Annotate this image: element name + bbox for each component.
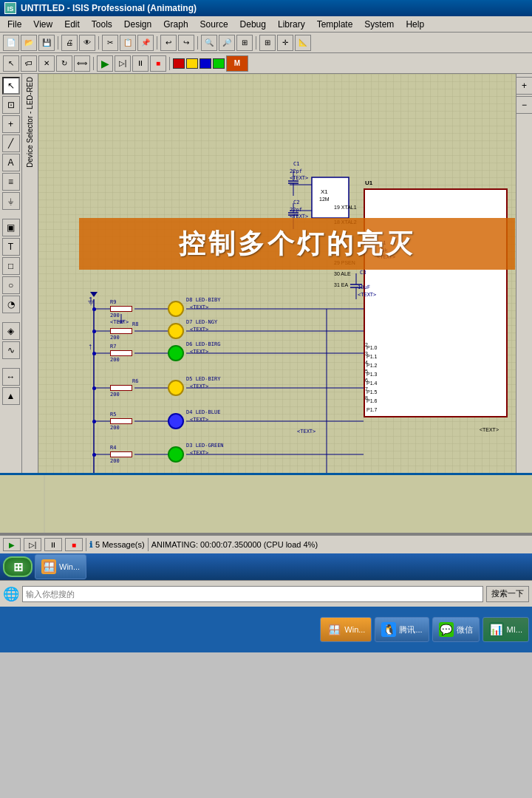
save-button[interactable]: 💾 <box>38 35 55 51</box>
symbol-tool[interactable]: ◈ <box>2 322 20 340</box>
taskbar-mi[interactable]: 📊 MI... <box>482 617 529 642</box>
zoom-fit-button[interactable]: ⊞ <box>236 35 253 51</box>
junction-tool[interactable]: + <box>2 115 20 133</box>
step-forward-button[interactable]: ▷| <box>24 538 41 551</box>
probe-tool[interactable]: ∿ <box>2 341 20 359</box>
paste-button[interactable]: 📌 <box>137 35 154 51</box>
marker-tool[interactable]: ▣ <box>2 219 20 236</box>
menu-edit[interactable]: Edit <box>58 18 86 31</box>
svg-rect-40 <box>312 177 349 218</box>
stop-button[interactable]: ■ <box>150 55 166 72</box>
junction-2 <box>92 330 96 333</box>
menu-help[interactable]: Help <box>400 18 430 31</box>
run-button[interactable]: ▶ <box>97 55 113 72</box>
taskbar-wechat[interactable]: 💬 微信 <box>432 617 480 642</box>
print-preview-button[interactable]: 👁 <box>79 35 95 51</box>
select-button[interactable]: ↖ <box>3 55 19 72</box>
arc-tool[interactable]: ◔ <box>2 296 20 313</box>
color-green[interactable] <box>213 58 225 69</box>
circle-tool[interactable]: ○ <box>2 276 20 294</box>
status-sep1 <box>86 538 86 551</box>
open-button[interactable]: 📂 <box>21 35 37 51</box>
pin-p15: P1.5 <box>366 389 377 395</box>
r6-value: 200 <box>110 392 120 398</box>
d7-label: D7 LED-NGY <box>186 319 217 325</box>
zoom-area-tool[interactable]: ▲ <box>2 387 20 405</box>
r5-value: 200 <box>110 425 120 431</box>
taskbar-win2[interactable]: 🪟 Win... <box>320 617 372 642</box>
schematic-canvas[interactable]: X1 12M U1 <box>38 74 516 473</box>
d6-led <box>168 345 184 361</box>
stop-button-status[interactable]: ■ <box>65 538 83 551</box>
app-icon: IS <box>4 2 16 14</box>
menu-file[interactable]: File <box>1 18 27 31</box>
menu-system[interactable]: System <box>358 18 400 31</box>
play-button[interactable]: ▶ <box>3 538 21 551</box>
device-panel-label: Device Selector - LED-RED <box>24 74 35 171</box>
redo-button[interactable]: ↪ <box>178 35 194 51</box>
menu-design[interactable]: Design <box>118 18 157 31</box>
menu-debug[interactable]: Debug <box>234 18 272 31</box>
delete-button[interactable]: ✕ <box>38 55 55 72</box>
pointer-tool[interactable]: ↖ <box>2 77 20 95</box>
wire-tool[interactable]: ╱ <box>2 134 20 152</box>
menu-library[interactable]: Library <box>272 18 311 31</box>
menu-graph[interactable]: Graph <box>157 18 194 31</box>
arrow-r7: ↑ <box>88 341 92 352</box>
box-tool[interactable]: □ <box>2 257 20 275</box>
pin-p11: P1.1 <box>366 354 377 359</box>
search-button[interactable]: 搜索一下 <box>486 586 529 602</box>
move-tool[interactable]: ↔ <box>2 368 20 386</box>
color-red[interactable] <box>173 58 185 69</box>
search-input[interactable] <box>22 586 483 602</box>
sep7 <box>169 57 170 70</box>
mirror-button[interactable]: ⟺ <box>74 55 90 72</box>
cut-button[interactable]: ✂ <box>102 35 118 51</box>
menubar: File View Edit Tools Design Graph Source… <box>0 16 532 33</box>
color-yellow[interactable] <box>186 58 198 69</box>
r6-symbol <box>110 385 132 391</box>
rotate-button[interactable]: ↻ <box>56 55 72 72</box>
marker-button[interactable]: M <box>226 55 248 72</box>
zoom-out-button[interactable]: 🔎 <box>219 35 235 51</box>
r9-symbol <box>110 306 132 312</box>
menu-view[interactable]: View <box>27 18 58 31</box>
d6-label: D6 LED-BIRG <box>186 341 220 347</box>
pin-p16: P1.6 <box>366 398 377 403</box>
menu-template[interactable]: Template <box>311 18 359 31</box>
toolbar1: 📄 📂 💾 🖨 👁 ✂ 📋 📌 ↩ ↪ 🔍 🔎 ⊞ ⊞ ✛ 📐 <box>0 33 532 53</box>
start-button[interactable]: ⊞ <box>3 556 33 577</box>
bus-tool[interactable]: ≡ <box>2 173 20 191</box>
taskbar-qq[interactable]: 🐧 腾讯... <box>375 617 429 642</box>
power-tool[interactable]: ⏚ <box>2 192 20 210</box>
menu-source[interactable]: Source <box>194 18 234 31</box>
new-button[interactable]: 📄 <box>3 35 19 51</box>
pin-num-4: 4 <box>365 360 368 365</box>
rulers-button[interactable]: 📐 <box>295 35 311 51</box>
c3-text: <TEXT> <box>358 292 376 298</box>
undo-button[interactable]: ↩ <box>160 35 177 51</box>
ic-u1-label: U1 <box>365 180 372 186</box>
zoom-in-button[interactable]: 🔍 <box>201 35 217 51</box>
pause-button[interactable]: ⏸ <box>132 55 149 72</box>
label-tool[interactable]: A <box>2 154 20 171</box>
pause-button-status[interactable]: ⏸ <box>44 538 62 551</box>
color-blue[interactable] <box>200 58 211 69</box>
status-text: ANIMATING: 00:00:07.350000 (CPU load 4%) <box>151 540 318 549</box>
d4-label: D4 LED-BLUE <box>186 409 220 415</box>
copy-button[interactable]: 📋 <box>120 35 136 51</box>
print-button[interactable]: 🖨 <box>61 35 78 51</box>
text-tool[interactable]: T <box>2 238 20 256</box>
right-btn-2[interactable]: − <box>516 96 533 114</box>
junction-1 <box>92 307 96 311</box>
menu-tools[interactable]: Tools <box>86 18 118 31</box>
component-tool[interactable]: ⊡ <box>2 96 20 114</box>
r7-symbol <box>110 350 132 356</box>
r8-label: R8 <box>132 321 138 327</box>
taskbar-win[interactable]: 🪟 Win... <box>35 554 86 579</box>
tag-button[interactable]: 🏷 <box>21 55 37 72</box>
step-button[interactable]: ▷| <box>115 55 131 72</box>
grid-button[interactable]: ⊞ <box>259 35 276 51</box>
right-btn-1[interactable]: + <box>516 77 533 95</box>
origin-button[interactable]: ✛ <box>277 35 293 51</box>
